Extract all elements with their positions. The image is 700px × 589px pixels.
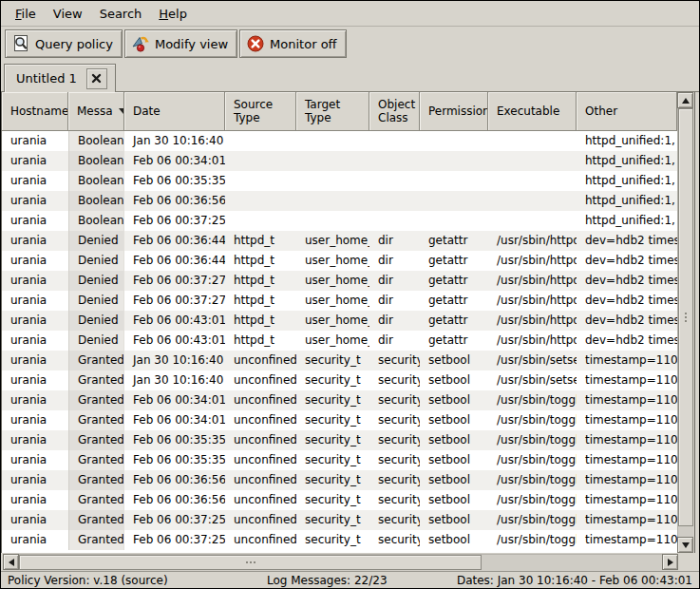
scroll-left-button[interactable] [3,554,19,570]
cell-message: Granted [68,351,124,370]
cell-source-type: httpd_t [225,271,296,291]
scroll-down-button[interactable] [677,537,693,553]
column-header-source-type[interactable]: Source Type [225,92,296,131]
cell-date: Feb 06 00:36:56 [124,490,225,510]
table-row[interactable]: uraniaGrantedFeb 06 00:36:56unconfined_s… [2,470,677,490]
cell-date: Feb 06 00:36:44 [124,251,225,271]
cell-object-class: security [369,450,420,470]
column-header-permission[interactable]: Permission [420,92,488,131]
table-row[interactable]: uraniaBooleanFeb 06 00:34:01httpd_unifie… [2,151,677,171]
log-table: Hostname Messa Date Source Type Target T… [2,92,677,553]
cell-date: Feb 06 00:37:25 [124,211,225,231]
cell-object-class: security [369,351,420,370]
cell-target-type [296,211,369,231]
scrollbar-corner [678,553,694,571]
cell-hostname: urania [2,470,68,490]
vertical-scroll-track[interactable] [677,108,693,537]
cell-hostname: urania [2,450,68,470]
cell-other: httpd_unified:1, h [577,131,677,151]
cell-executable: /usr/sbin/httpd [488,331,577,351]
cell-executable [488,151,577,171]
menu-search[interactable]: Search [91,4,151,24]
table-row[interactable]: uraniaBooleanJan 30 10:16:40httpd_unifie… [2,131,677,151]
scroll-up-button[interactable] [677,92,693,108]
cell-executable: /usr/sbin/httpd [488,271,577,291]
table-row[interactable]: uraniaDeniedFeb 06 00:43:01httpd_tuser_h… [2,331,677,351]
cell-date: Feb 06 00:36:56 [124,470,225,490]
table-row[interactable]: uraniaDeniedFeb 06 00:43:01httpd_tuser_h… [2,311,677,331]
horizontal-scroll-thumb[interactable] [19,555,482,570]
table-row[interactable]: uraniaGrantedFeb 06 00:36:56unconfined_s… [2,490,677,510]
cell-target-type: security_t [296,490,369,510]
menu-file[interactable]: File [7,4,45,24]
vertical-scroll-thumb[interactable] [678,108,693,526]
monitor-off-label: Monitor off [270,37,336,51]
table-row[interactable]: uraniaGrantedFeb 06 00:35:35unconfined_s… [2,430,677,450]
cell-date: Feb 06 00:37:27 [124,271,225,291]
column-header-executable[interactable]: Executable [488,92,577,131]
modify-view-button[interactable]: Modify view [124,29,237,58]
table-row[interactable]: uraniaGrantedFeb 06 00:37:25unconfined_s… [2,510,677,530]
cell-object-class: security [369,490,420,510]
table-row[interactable]: uraniaDeniedFeb 06 00:37:27httpd_tuser_h… [2,271,677,291]
cell-target-type: security_t [296,370,369,390]
modify-view-label: Modify view [155,37,228,51]
cell-object-class [369,131,420,151]
monitor-off-button[interactable]: Monitor off [239,29,346,58]
cell-source-type [225,191,296,211]
cell-hostname: urania [2,291,68,311]
cell-date: Jan 30 10:16:40 [124,131,225,151]
table-row[interactable]: uraniaDeniedFeb 06 00:37:27httpd_tuser_h… [2,291,677,311]
tab-untitled-1[interactable]: Untitled 1 [4,64,116,92]
cell-source-type: unconfined_ [225,370,296,390]
arrow-right-icon [668,559,673,566]
column-header-hostname[interactable]: Hostname [2,92,68,131]
table-row[interactable]: uraniaGrantedFeb 06 00:37:25unconfined_s… [2,530,677,550]
table-row[interactable]: uraniaBooleanFeb 06 00:35:35httpd_unifie… [2,171,677,191]
cell-message: Granted [68,470,124,490]
cell-other: dev=hdb2 timesta [577,231,677,251]
cell-other: timestamp=11076 [577,410,677,430]
column-header-target-type[interactable]: Target Type [296,92,369,131]
cell-executable: /usr/sbin/toggle [488,430,577,450]
table-row[interactable]: uraniaGrantedFeb 06 00:34:01unconfined_s… [2,410,677,430]
table-row[interactable]: uraniaGrantedFeb 06 00:34:01unconfined_s… [2,390,677,410]
table-row[interactable]: uraniaBooleanFeb 06 00:37:25httpd_unifie… [2,211,677,231]
cell-source-type: unconfined_ [225,470,296,490]
arrow-down-icon [682,542,690,548]
cell-target-type: user_home_ [296,291,369,311]
menu-help[interactable]: Help [150,4,196,24]
cell-hostname: urania [2,191,68,211]
column-header-date[interactable]: Date [124,92,225,131]
cell-permission [420,211,488,231]
table-row[interactable]: uraniaGrantedJan 30 10:16:40unconfined_s… [2,351,677,370]
cell-source-type: unconfined_ [225,390,296,410]
table-row[interactable]: uraniaBooleanFeb 06 00:36:56httpd_unifie… [2,191,677,211]
cell-source-type [225,171,296,191]
table-row[interactable]: uraniaDeniedFeb 06 00:36:44httpd_tuser_h… [2,251,677,271]
column-header-object-class[interactable]: Object Class [369,92,420,131]
cell-hostname: urania [2,231,68,251]
cell-permission: setbool [420,430,488,450]
menu-view[interactable]: View [45,4,91,24]
cell-hostname: urania [2,331,68,351]
cell-hostname: urania [2,490,68,510]
cell-object-class: dir [369,271,420,291]
tab-label: Untitled 1 [16,71,77,86]
tab-close-button[interactable] [86,68,107,89]
query-policy-button[interactable]: Query policy [5,29,123,58]
column-header-other[interactable]: Other [577,92,677,131]
horizontal-scroll-track[interactable] [19,554,662,570]
table-row[interactable]: uraniaGrantedFeb 06 00:35:35unconfined_s… [2,450,677,470]
table-row[interactable]: uraniaDeniedFeb 06 00:36:44httpd_tuser_h… [2,231,677,251]
scroll-right-button[interactable] [662,554,678,570]
cell-executable [488,171,577,191]
cell-target-type: security_t [296,410,369,430]
cell-executable: /usr/sbin/httpd [488,311,577,331]
cell-source-type: unconfined_ [225,510,296,530]
table-row[interactable]: uraniaGrantedJan 30 10:16:40unconfined_s… [2,370,677,390]
modify-view-icon [131,34,150,53]
cell-date: Feb 06 00:34:01 [124,390,225,410]
column-header-message[interactable]: Messa [68,92,124,131]
cell-message: Denied [68,231,124,251]
